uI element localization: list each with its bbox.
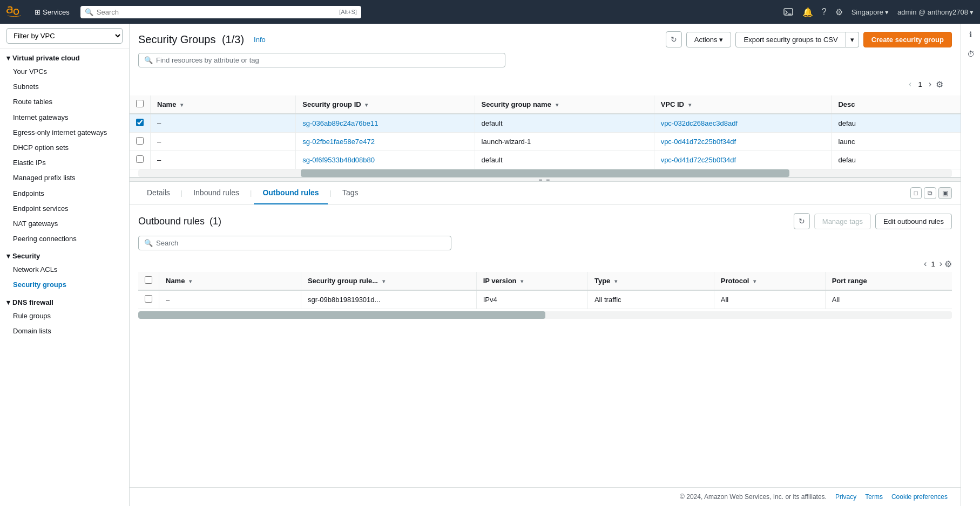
sidebar-item-rule-groups[interactable]: Rule groups (0, 309, 129, 324)
global-search-input[interactable] (97, 8, 336, 16)
security-section-header[interactable]: ▾ Security (0, 247, 129, 262)
outbound-prev-page[interactable]: ‹ (922, 258, 929, 270)
ob-proto-sort[interactable]: ▾ (753, 278, 756, 284)
outbound-search-input[interactable] (156, 239, 445, 247)
view-button-3[interactable]: ▣ (938, 187, 952, 199)
ob-type-sort[interactable]: ▾ (614, 278, 617, 284)
table-pagination: ‹ 1 › ⚙ (898, 75, 952, 93)
table-search-input[interactable] (156, 56, 499, 64)
ob-type-0: All traffic (587, 290, 714, 309)
create-security-group-button[interactable]: Create security group (863, 32, 952, 47)
row-desc-2: defau (832, 151, 961, 169)
sidebar-item-peering[interactable]: Peering connections (0, 231, 129, 247)
sidebar-item-domain-lists[interactable]: Domain lists (0, 324, 129, 339)
manage-tags-button[interactable]: Manage tags (814, 214, 871, 229)
tab-details[interactable]: Details (138, 182, 179, 204)
col-header-sgid: Security group ID ▾ (296, 95, 475, 114)
row-name-2: – (151, 151, 296, 169)
export-dropdown-button[interactable]: ▾ (846, 32, 859, 47)
vpcid-sort-icon[interactable]: ▾ (688, 102, 691, 108)
row-checkbox-0[interactable] (136, 119, 144, 126)
footer-cookie[interactable]: Cookie preferences (891, 493, 948, 501)
sidebar-item-internet-gateways[interactable]: Internet gateways (0, 110, 129, 125)
view-button-2[interactable]: ⧉ (924, 187, 936, 199)
export-button[interactable]: Export security groups to CSV (735, 32, 846, 47)
sidebar-item-endpoint-services[interactable]: Endpoint services (0, 201, 129, 216)
right-info-button[interactable]: ℹ (967, 28, 974, 41)
outbound-select-all[interactable] (145, 276, 152, 284)
sidebar-item-route-tables[interactable]: Route tables (0, 94, 129, 110)
tab-outbound-rules[interactable]: Outbound rules (254, 182, 327, 204)
security-section-label: Security (12, 252, 40, 260)
info-link[interactable]: Info (254, 36, 266, 44)
help-button[interactable]: ? (822, 7, 827, 17)
sidebar-item-network-acls[interactable]: Network ACLs (0, 262, 129, 277)
sidebar-item-elastic-ips[interactable]: Elastic IPs (0, 155, 129, 170)
table-settings-button[interactable]: ⚙ (936, 79, 943, 90)
table-scrollbar[interactable] (138, 169, 952, 177)
sidebar-item-your-vpcs[interactable]: Your VPCs (0, 64, 129, 79)
table-row[interactable]: – sg-0f6f9533b48d08b80 default vpc-0d41d… (130, 151, 961, 169)
sidebar-item-dhcp[interactable]: DHCP option sets (0, 140, 129, 155)
row-sgid-0: sg-036ab89c24a76be11 (296, 114, 475, 133)
row-checkbox-2[interactable] (136, 155, 144, 163)
vpc-section-header[interactable]: ▾ Virtual private cloud (0, 49, 129, 64)
tab-divider-2: | (250, 189, 252, 197)
select-all-checkbox[interactable] (136, 100, 144, 107)
table-row[interactable]: – sg-036ab89c24a76be11 default vpc-032dc… (130, 114, 961, 133)
notifications-button[interactable]: 🔔 (802, 7, 813, 17)
sidebar-item-subnets[interactable]: Subnets (0, 79, 129, 94)
resize-handle[interactable]: ═ ═ (130, 177, 961, 182)
outbound-scrollbar-thumb[interactable] (138, 311, 545, 319)
ob-name-sort[interactable]: ▾ (189, 278, 192, 284)
region-button[interactable]: Singapore ▾ (851, 8, 889, 16)
row-name-1: – (151, 133, 296, 151)
main-wrapper: ℹ ⏱ Security Groups (1/3) Info ↻ Actions (130, 24, 980, 506)
right-clock-button[interactable]: ⏱ (965, 47, 977, 60)
outbound-col-name: Name ▾ (159, 272, 301, 290)
search-row: 🔍 (130, 53, 961, 73)
sidebar-item-security-groups[interactable]: Security groups (0, 277, 129, 292)
ob-ipver-sort[interactable]: ▾ (521, 278, 523, 284)
sidebar-item-endpoints[interactable]: Endpoints (0, 186, 129, 201)
sidebar-item-nat-gateways[interactable]: NAT gateways (0, 216, 129, 231)
edit-outbound-rules-button[interactable]: Edit outbound rules (875, 214, 952, 229)
sgname-sort-icon[interactable]: ▾ (556, 102, 558, 108)
outbound-settings-button[interactable]: ⚙ (944, 259, 952, 269)
sgid-sort-icon[interactable]: ▾ (365, 102, 368, 108)
refresh-button[interactable]: ↻ (666, 31, 682, 47)
tab-inbound-rules[interactable]: Inbound rules (185, 182, 248, 204)
ob-rule-sort[interactable]: ▾ (382, 278, 385, 284)
sidebar-item-prefix-lists[interactable]: Managed prefix lists (0, 170, 129, 186)
outbound-col-rule: Security group rule... ▾ (301, 272, 476, 290)
sidebar-item-egress-gateways[interactable]: Egress-only internet gateways (0, 125, 129, 140)
user-button[interactable]: admin @ anthony2708 ▾ (897, 8, 974, 16)
col-header-name: Name ▾ (151, 95, 296, 114)
services-button[interactable]: ⊞ Services (30, 6, 74, 18)
panel-title: Security Groups (1/3) (138, 33, 244, 46)
dns-section-header[interactable]: ▾ DNS firewall (0, 293, 129, 309)
prev-page-button[interactable]: ‹ (907, 78, 914, 90)
next-page-button[interactable]: › (927, 78, 934, 90)
cloud-shell-button[interactable] (783, 6, 794, 17)
table-scrollbar-thumb[interactable] (301, 169, 789, 177)
outbound-table-row[interactable]: – sgr-09b8b19819301d... IPv4 All traffic… (138, 290, 952, 309)
sidebar: Filter by VPC ▾ Virtual private cloud Yo… (0, 24, 130, 506)
settings-button[interactable]: ⚙ (835, 7, 843, 17)
name-sort-icon[interactable]: ▾ (180, 102, 183, 108)
outbound-next-page[interactable]: › (937, 258, 944, 270)
outbound-scrollbar[interactable] (138, 311, 952, 319)
row-checkbox-1[interactable] (136, 137, 144, 145)
aws-logo[interactable] (6, 5, 24, 19)
actions-button[interactable]: Actions ▾ (686, 32, 732, 47)
vpc-filter-select[interactable]: Filter by VPC (6, 28, 123, 44)
outbound-refresh-button[interactable]: ↻ (794, 213, 810, 229)
view-button-1[interactable]: □ (910, 187, 922, 199)
table-row[interactable]: – sg-02fbe1fae58e7e472 launch-wizard-1 v… (130, 133, 961, 151)
ob-checkbox-0[interactable] (145, 295, 152, 303)
tab-tags[interactable]: Tags (334, 182, 367, 204)
region-chevron: ▾ (885, 8, 889, 16)
footer-privacy[interactable]: Privacy (835, 493, 856, 501)
footer-terms[interactable]: Terms (865, 493, 883, 501)
row-sgname-1: launch-wizard-1 (475, 133, 654, 151)
